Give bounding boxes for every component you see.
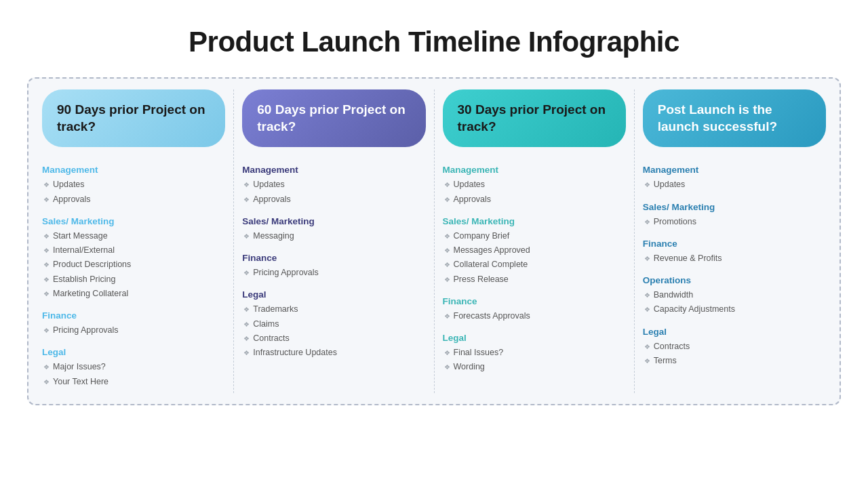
section-items: UpdatesApprovals [243, 178, 425, 207]
list-item: Pricing Approvals [243, 266, 425, 280]
section-items: BandwidthCapacity Adjustments [644, 288, 826, 317]
list-item: Internal/External [43, 243, 225, 258]
list-item: Your Text Here [43, 375, 225, 389]
list-item: Contracts [644, 340, 826, 354]
section-title: Management [443, 165, 626, 175]
section-items: Updates [644, 178, 826, 192]
section-title: Management [42, 165, 225, 175]
section-block: FinanceRevenue & Profits [643, 233, 826, 268]
list-item: Messages Approved [444, 243, 626, 258]
list-item: Contracts [243, 331, 425, 346]
section-items: UpdatesApprovals [43, 178, 225, 207]
section-block: ManagementUpdatesApprovals [443, 159, 626, 209]
column-3: 30 Days prior Project on track?Managemen… [435, 89, 635, 393]
section-items: UpdatesApprovals [444, 178, 626, 207]
list-item: Marketing Collateral [43, 287, 225, 301]
section-title: Management [643, 165, 826, 175]
list-item: Product Descriptions [43, 258, 225, 272]
section-block: OperationsBandwidthCapacity Adjustments [643, 270, 826, 320]
list-item: Infrastructure Updates [243, 346, 425, 360]
list-item: Updates [243, 178, 425, 192]
column-2: 60 Days prior Project on track?Managemen… [234, 89, 434, 393]
column-header-1: 90 Days prior Project on track? [42, 89, 225, 147]
list-item: Capacity Adjustments [644, 302, 826, 317]
list-item: Promotions [644, 215, 826, 229]
section-items: Forecasts Approvals [444, 309, 626, 323]
section-items: Major Issues?Your Text Here [43, 360, 225, 389]
list-item: Terms [644, 354, 826, 368]
list-item: Approvals [243, 192, 425, 207]
list-item: Approvals [43, 192, 225, 207]
section-title: Legal [42, 347, 225, 357]
column-4: Post Launch is the launch successful?Man… [635, 89, 834, 393]
section-block: ManagementUpdatesApprovals [42, 159, 225, 209]
list-item: Revenue & Profits [644, 251, 826, 266]
section-block: ManagementUpdatesApprovals [242, 159, 425, 209]
list-item: Updates [644, 178, 826, 192]
infographic-container: 90 Days prior Project on track?Managemen… [27, 77, 841, 405]
list-item: Final Issues? [444, 346, 626, 360]
section-title: Sales/ Marketing [242, 216, 425, 226]
section-items: Messaging [243, 229, 425, 243]
section-block: FinancePricing Approvals [242, 247, 425, 283]
section-block: FinancePricing Approvals [42, 305, 225, 340]
section-title: Finance [42, 310, 225, 321]
section-block: LegalTrademarksClaimsContractsInfrastruc… [242, 284, 425, 363]
section-items: Company BriefMessages ApprovedCollateral… [444, 229, 626, 287]
section-items: ContractsTerms [644, 340, 826, 369]
section-block: ManagementUpdates [643, 159, 826, 195]
list-item: Pricing Approvals [43, 323, 225, 338]
list-item: Trademarks [243, 302, 425, 317]
section-items: TrademarksClaimsContractsInfrastructure … [243, 302, 425, 360]
section-items: Revenue & Profits [644, 251, 826, 266]
column-1: 90 Days prior Project on track?Managemen… [34, 89, 234, 393]
section-items: Final Issues?Wording [444, 346, 626, 375]
section-block: FinanceForecasts Approvals [443, 291, 626, 326]
section-block: Sales/ MarketingStart MessageInternal/Ex… [42, 211, 225, 304]
section-title: Finance [643, 239, 826, 249]
section-block: Sales/ MarketingCompany BriefMessages Ap… [443, 211, 626, 289]
list-item: Updates [43, 178, 225, 192]
section-title: Legal [242, 289, 425, 300]
list-item: Start Message [43, 229, 225, 243]
section-items: Pricing Approvals [243, 266, 425, 280]
section-title: Finance [242, 253, 425, 263]
list-item: Forecasts Approvals [444, 309, 626, 323]
section-title: Operations [643, 275, 826, 285]
list-item: Press Release [444, 272, 626, 287]
list-item: Bandwidth [644, 288, 826, 302]
list-item: Establish Pricing [43, 272, 225, 287]
section-title: Management [242, 165, 425, 175]
list-item: Major Issues? [43, 360, 225, 374]
column-header-2: 60 Days prior Project on track? [242, 89, 425, 147]
section-block: Sales/ MarketingPromotions [643, 197, 826, 232]
section-items: Start MessageInternal/ExternalProduct De… [43, 229, 225, 301]
section-items: Pricing Approvals [43, 323, 225, 338]
section-block: Sales/ MarketingMessaging [242, 211, 425, 246]
list-item: Wording [444, 360, 626, 374]
list-item: Company Brief [444, 229, 626, 243]
section-title: Sales/ Marketing [643, 202, 826, 212]
section-title: Finance [443, 296, 626, 306]
list-item: Collateral Complete [444, 258, 626, 272]
list-item: Claims [243, 317, 425, 331]
page-title: Product Launch Timeline Infographic [189, 26, 679, 58]
column-header-3: 30 Days prior Project on track? [443, 89, 626, 147]
list-item: Messaging [243, 229, 425, 243]
section-title: Sales/ Marketing [443, 216, 626, 226]
section-block: LegalFinal Issues?Wording [443, 327, 626, 378]
section-block: LegalContractsTerms [643, 321, 826, 371]
section-title: Legal [643, 327, 826, 337]
list-item: Updates [444, 178, 626, 192]
column-header-4: Post Launch is the launch successful? [643, 89, 826, 147]
list-item: Approvals [444, 192, 626, 207]
section-title: Legal [443, 333, 626, 343]
section-title: Sales/ Marketing [42, 216, 225, 226]
section-items: Promotions [644, 215, 826, 229]
section-block: LegalMajor Issues?Your Text Here [42, 342, 225, 392]
